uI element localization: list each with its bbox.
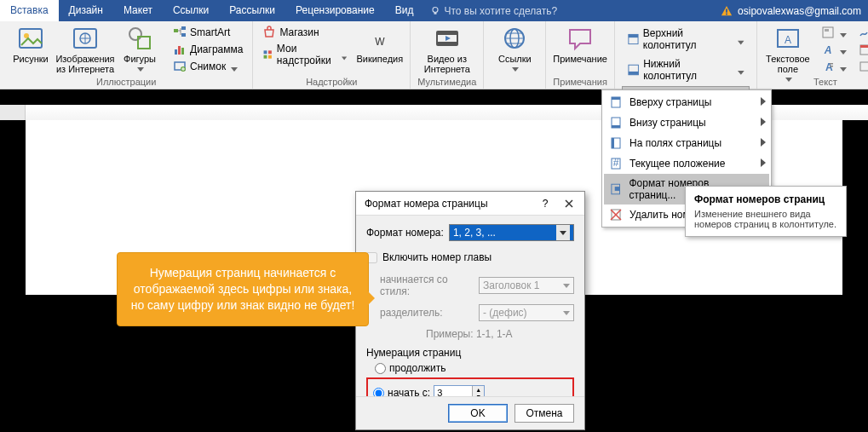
screenshot-button[interactable]: Снимок xyxy=(170,59,245,74)
page-number-format-dialog: Формат номера страницы ? Формат номера: … xyxy=(355,191,585,430)
lightbulb-icon xyxy=(430,6,440,16)
quick-parts-button[interactable] xyxy=(819,25,849,40)
menu-current-position[interactable]: #Текущее положение xyxy=(604,153,769,174)
dialog-help-button[interactable]: ? xyxy=(533,193,557,215)
comment-button[interactable]: Примечание xyxy=(556,25,604,64)
tab-view[interactable]: Вид xyxy=(385,0,424,21)
svg-rect-47 xyxy=(825,29,829,32)
svg-marker-20 xyxy=(231,67,238,72)
store-button[interactable]: Магазин xyxy=(260,25,349,40)
ok-button[interactable]: OK xyxy=(448,404,508,423)
dialog-close-button[interactable] xyxy=(557,193,581,215)
ribbon-tabbar: Вставка Дизайн Макет Ссылки Рассылки Рец… xyxy=(0,0,868,21)
tab-design[interactable]: Дизайн xyxy=(59,0,113,21)
wordart-button[interactable]: A xyxy=(819,42,849,57)
group-label-addins: Надстройки xyxy=(306,77,357,87)
wikipedia-button[interactable]: W Википедия xyxy=(356,25,403,64)
group-label-comments: Примечания xyxy=(553,77,607,87)
wikipedia-icon: W xyxy=(366,25,394,52)
chart-button[interactable]: Диаграмма xyxy=(170,42,245,57)
svg-marker-78 xyxy=(563,284,570,288)
chart-icon xyxy=(173,43,187,56)
video-icon xyxy=(434,25,461,52)
svg-marker-48 xyxy=(840,33,847,37)
shapes-icon xyxy=(126,25,153,52)
tab-references[interactable]: Ссылки xyxy=(163,0,219,21)
link-icon xyxy=(501,25,528,52)
cancel-button[interactable]: Отмена xyxy=(514,404,574,423)
links-button[interactable]: Ссылки xyxy=(491,25,538,71)
svg-rect-15 xyxy=(175,49,177,55)
svg-marker-39 xyxy=(738,71,744,75)
svg-marker-45 xyxy=(785,78,792,82)
tell-me-search[interactable]: Что вы хотите сделать? xyxy=(430,5,557,17)
pictures-icon xyxy=(17,25,44,52)
smartart-button[interactable]: SmartArt xyxy=(170,25,245,40)
svg-marker-64 xyxy=(761,97,766,106)
tab-insert[interactable]: Вставка xyxy=(0,0,59,21)
continue-radio[interactable] xyxy=(375,363,386,374)
svg-text:A: A xyxy=(785,34,791,46)
svg-marker-36 xyxy=(738,40,744,44)
signature-button[interactable] xyxy=(856,25,868,40)
tooltip-title: Формат номеров страниц xyxy=(694,193,837,205)
group-label-media: Мультимедиа xyxy=(417,77,476,87)
svg-rect-57 xyxy=(860,45,868,48)
store-icon xyxy=(262,26,276,39)
shapes-button[interactable]: Фигуры xyxy=(116,25,164,71)
svg-rect-29 xyxy=(437,42,457,45)
datetime-button[interactable] xyxy=(856,42,868,57)
comment-icon xyxy=(566,25,594,52)
textbox-icon: A xyxy=(774,25,802,52)
textbox-button[interactable]: A Текстовое поле xyxy=(764,25,812,81)
tell-me-placeholder: Что вы хотите сделать? xyxy=(444,5,557,17)
svg-rect-58 xyxy=(860,62,868,71)
online-video-button[interactable]: Видео из Интернета xyxy=(423,25,471,74)
my-addins-button[interactable]: Мои надстройки xyxy=(260,42,349,67)
svg-rect-21 xyxy=(264,50,267,54)
pictures-button[interactable]: Рисунки xyxy=(7,25,55,64)
svg-text:#: # xyxy=(613,157,619,169)
header-button[interactable]: Верхний колонтитул xyxy=(622,25,750,54)
svg-rect-4 xyxy=(726,13,727,14)
svg-rect-17 xyxy=(181,48,184,55)
object-button[interactable] xyxy=(856,59,868,74)
svg-marker-11 xyxy=(137,67,144,72)
svg-rect-46 xyxy=(823,27,833,37)
tab-review[interactable]: Рецензирование xyxy=(285,0,385,21)
svg-rect-63 xyxy=(612,97,620,100)
addins-icon xyxy=(262,48,273,61)
footer-button[interactable]: Нижний колонтитул xyxy=(622,55,750,84)
svg-rect-16 xyxy=(178,46,181,55)
chevron-down-icon xyxy=(137,64,144,71)
svg-rect-13 xyxy=(181,26,186,30)
svg-marker-73 xyxy=(761,158,766,167)
svg-marker-54 xyxy=(840,67,847,72)
online-pictures-button[interactable]: Изображения из Интернета xyxy=(61,25,109,74)
tab-layout[interactable]: Макет xyxy=(113,0,163,21)
menu-top-of-page[interactable]: Вверху страницы xyxy=(604,92,769,112)
dialog-title: Формат номера страницы xyxy=(365,198,488,210)
menu-page-margins[interactable]: На полях страницы xyxy=(604,133,769,153)
examples-text: Примеры: 1-1, 1-A xyxy=(426,328,574,340)
svg-marker-77 xyxy=(560,231,566,235)
separator-select: - (дефис) xyxy=(479,304,574,321)
dropcap-button[interactable]: A xyxy=(819,59,849,74)
warning-icon xyxy=(721,5,733,17)
svg-rect-53 xyxy=(830,66,833,67)
number-format-combo[interactable]: 1, 2, 3, ... xyxy=(449,224,574,241)
svg-rect-28 xyxy=(437,32,457,35)
menu-bottom-of-page[interactable]: Внизу страницы xyxy=(604,112,769,133)
svg-rect-22 xyxy=(268,50,272,54)
svg-rect-14 xyxy=(181,33,186,37)
svg-point-9 xyxy=(129,28,141,40)
svg-text:W: W xyxy=(375,36,385,48)
format-tooltip: Формат номеров страниц Изменение внешнег… xyxy=(685,186,847,237)
annotation-callout: Нумерация страниц начинается с отображае… xyxy=(117,252,369,326)
tab-mailings[interactable]: Рассылки xyxy=(219,0,285,21)
svg-rect-23 xyxy=(264,55,267,59)
svg-rect-1 xyxy=(434,12,437,14)
spin-up-button[interactable]: ▲ xyxy=(473,386,484,393)
account-area[interactable]: osipovalexwas@gmail.com xyxy=(721,5,861,17)
svg-rect-5 xyxy=(20,29,42,48)
